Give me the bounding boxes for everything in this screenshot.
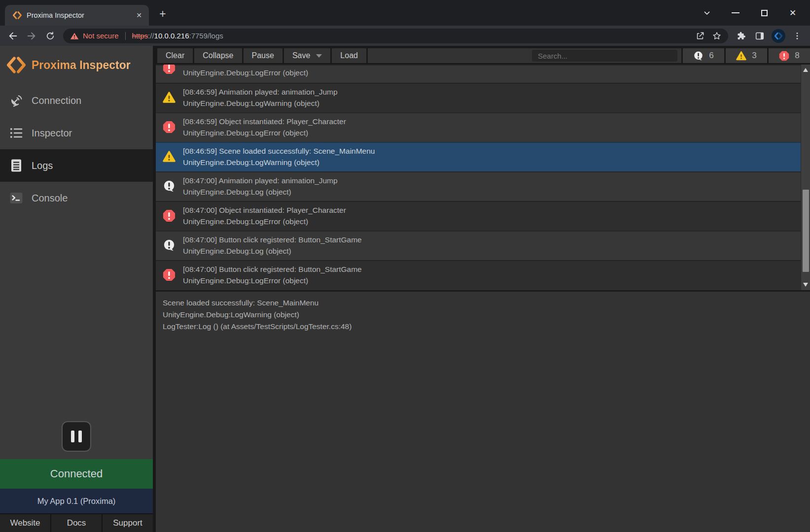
dropdown-caret-icon[interactable]: [316, 54, 322, 58]
browser-window: Proxima Inspector ✕ + ✕ Not secure: [0, 0, 810, 532]
warning-icon: [163, 91, 176, 104]
warning-icon: [736, 51, 746, 61]
error-icon: [163, 209, 176, 222]
pause-stream-button[interactable]: [62, 421, 91, 452]
log-entry[interactable]: [08:46:59] Scene loaded successfully: Sc…: [156, 142, 810, 171]
log-source: UnityEngine.Debug:LogError (object): [183, 67, 308, 78]
log-counters: 638: [683, 48, 810, 63]
sidebar-nav: ConnectionInspectorLogsConsole: [0, 84, 153, 214]
sidebar-item-logs[interactable]: Logs: [0, 149, 153, 182]
new-tab-button[interactable]: +: [156, 7, 170, 21]
error-icon: [779, 51, 789, 61]
side-panel-icon[interactable]: [751, 27, 769, 45]
sidebar-item-label: Connection: [32, 95, 81, 106]
sidebar-item-inspector[interactable]: Inspector: [0, 117, 153, 149]
search-input[interactable]: [532, 50, 677, 62]
toolbar-button-label: Pause: [252, 51, 274, 60]
log-entry-text: [08:47:00] Object instantiated: Player_C…: [183, 204, 346, 227]
browser-titlebar: Proxima Inspector ✕ + ✕: [0, 0, 810, 26]
error-icon: [163, 268, 176, 281]
close-icon: ✕: [789, 9, 796, 17]
log-entry[interactable]: [08:46:59] Animation played: animation_J…: [156, 83, 810, 112]
pause-button-wrap: [0, 421, 153, 452]
footer-support-link[interactable]: Support: [103, 514, 153, 532]
app-title: Proxima Inspector: [32, 59, 131, 72]
info-icon: [163, 180, 176, 193]
log-entry-text: [08:46:59] Animation played: animation_J…: [183, 86, 338, 109]
pause-icon: [71, 431, 74, 442]
forward-button[interactable]: [23, 27, 40, 45]
log-entry-text: [08:47:00] Button click registered: Butt…: [183, 234, 362, 257]
log-entry[interactable]: [08:47:00] Button click registered: Butt…: [156, 260, 810, 290]
bookmark-star-icon[interactable]: [709, 29, 724, 43]
window-controls: ✕: [693, 0, 807, 26]
profile-avatar[interactable]: [770, 27, 787, 45]
sidebar-footer: WebsiteDocsSupport: [0, 513, 153, 532]
address-bar[interactable]: Not secure https://10.0.0.216:7759/logs: [63, 29, 728, 43]
reload-button[interactable]: [41, 27, 59, 45]
back-button[interactable]: [4, 27, 22, 45]
log-entry-text: UnityEngine.Debug:LogError (object): [183, 67, 308, 78]
log-scrollbar[interactable]: [801, 65, 810, 290]
sidebar-item-label: Inspector: [32, 128, 72, 139]
satellite-icon: [9, 93, 24, 108]
filter-warning-toggle[interactable]: 3: [726, 48, 767, 63]
toolbar-load-button[interactable]: Load: [332, 48, 366, 63]
footer-website-link[interactable]: Website: [0, 514, 50, 532]
document-icon: [9, 158, 24, 173]
maximize-button[interactable]: [750, 0, 778, 26]
scroll-down-icon[interactable]: [803, 283, 808, 287]
toolbar-pause-button[interactable]: Pause: [244, 48, 282, 63]
toolbar-collapse-button[interactable]: Collapse: [194, 48, 242, 63]
log-source: UnityEngine.Debug:Log (object): [183, 245, 362, 257]
share-icon[interactable]: [693, 29, 707, 43]
sidebar-spacer: [0, 214, 153, 421]
warning-icon: [163, 150, 176, 163]
tab-search-chevron-icon[interactable]: [693, 0, 721, 26]
app-info-label: My App 0.1 (Proxima): [0, 489, 153, 513]
proxima-app: Proxima Inspector ConnectionInspectorLog…: [0, 46, 810, 532]
log-source: UnityEngine.Debug:LogError (object): [183, 216, 346, 227]
filter-error-toggle[interactable]: 8: [769, 48, 810, 63]
sidebar-item-connection[interactable]: Connection: [0, 84, 153, 117]
log-entry[interactable]: [08:47:00] Object instantiated: Player_C…: [156, 201, 810, 231]
footer-docs-link[interactable]: Docs: [51, 514, 102, 532]
toolbar-save-button[interactable]: Save: [284, 48, 330, 63]
info-icon: [163, 239, 176, 252]
extensions-puzzle-icon[interactable]: [732, 27, 750, 45]
pause-icon: [78, 431, 82, 442]
detail-line: LogTester:Log () (at Assets/TestScripts/…: [163, 321, 803, 332]
tab-close-icon[interactable]: ✕: [134, 10, 144, 20]
terminal-icon: [9, 191, 24, 205]
not-secure-label[interactable]: Not secure: [83, 32, 119, 40]
log-source: UnityEngine.Debug:LogWarning (object): [183, 98, 338, 109]
log-entry[interactable]: [08:47:00] Button click registered: Butt…: [156, 231, 810, 260]
log-entry[interactable]: UnityEngine.Debug:LogError (object): [156, 65, 810, 83]
log-entry[interactable]: [08:46:59] Object instantiated: Player_C…: [156, 112, 810, 142]
log-message: [08:46:59] Scene loaded successfully: Sc…: [183, 145, 375, 157]
close-window-button[interactable]: ✕: [778, 0, 807, 26]
scroll-up-icon[interactable]: [803, 68, 808, 72]
browser-menu-kebab-icon[interactable]: [788, 27, 806, 45]
tab-title: Proxima Inspector: [27, 11, 129, 19]
error-icon: [163, 65, 176, 74]
connection-status-badge: Connected: [0, 459, 153, 489]
sidebar-item-console[interactable]: Console: [0, 182, 153, 214]
brand: Proxima Inspector: [0, 46, 153, 77]
log-entry-text: [08:47:00] Button click registered: Butt…: [183, 264, 362, 286]
scrollbar-thumb[interactable]: [803, 190, 809, 272]
url-text: https://10.0.0.216:7759/logs: [132, 32, 223, 40]
detail-line: UnityEngine.Debug:LogWarning (object): [163, 309, 803, 321]
log-source: UnityEngine.Debug:LogError (object): [183, 275, 362, 286]
toolbar-clear-button[interactable]: Clear: [157, 48, 193, 63]
log-entry-text: [08:46:59] Object instantiated: Player_C…: [183, 116, 346, 138]
log-source: UnityEngine.Debug:LogWarning (object): [183, 157, 375, 168]
minimize-button[interactable]: [721, 0, 750, 26]
proxima-favicon-icon: [13, 11, 22, 20]
log-entry-text: [08:46:59] Scene loaded successfully: Sc…: [183, 145, 375, 168]
filter-info-toggle[interactable]: 6: [683, 48, 724, 63]
browser-tab[interactable]: Proxima Inspector ✕: [5, 5, 149, 26]
log-entry[interactable]: [08:47:00] Animation played: animation_J…: [156, 171, 810, 201]
browser-toolbar: Not secure https://10.0.0.216:7759/logs: [0, 26, 810, 46]
list-icon: [9, 126, 24, 140]
